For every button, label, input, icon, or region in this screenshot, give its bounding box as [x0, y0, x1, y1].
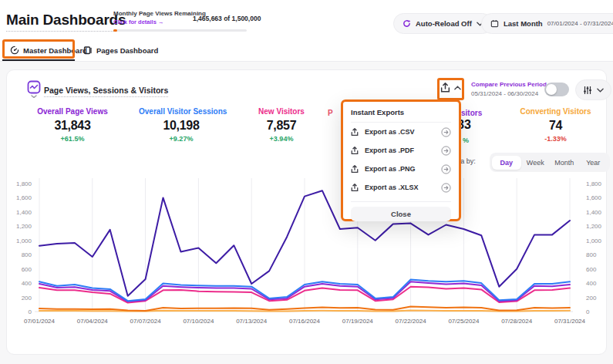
metric-overall-visitor-sessions: Overall Visitor Sessions 10,198 +9.27% [139, 107, 224, 143]
metric-new-visitors: New Visitors 7,857 +3.94% [239, 107, 324, 143]
usage-value: 1,465,663 of 1,500,000 [193, 15, 261, 22]
tab-label: Master Dashboard [23, 46, 87, 55]
y-tick-label-right: 1,200 [586, 223, 602, 230]
metric-delta: +9.27% [139, 135, 224, 143]
metric-hidden-fragment-label: sitors [461, 109, 482, 117]
export-item-label: Export as .PNG [365, 165, 435, 173]
y-tick-label-right: 1,600 [586, 194, 602, 201]
chart-axis-labels: 07/01/202407/04/202407/07/202407/10/2024… [16, 180, 602, 325]
export-upload-icon [440, 83, 450, 93]
metric-delta: +61.5% [30, 135, 115, 143]
dashboard-tabs: Master Dashboard Pages Dashboard [0, 39, 613, 62]
y-tick-label-left: 400 [22, 280, 32, 287]
view-by-option-year[interactable]: Year [579, 156, 608, 170]
popup-title: Instant Exports [351, 108, 451, 123]
y-tick-label-left: 600 [22, 266, 32, 273]
y-tick-label-left: 0 [29, 308, 32, 315]
export-item-pdf[interactable]: Export as .PDF [351, 141, 451, 160]
date-range-dropdown[interactable]: Last Month 07/01/2024 - 07/31/2024 [481, 13, 613, 34]
upload-icon [351, 184, 359, 192]
metric-hidden-fragment-delta: % [463, 136, 469, 144]
export-item-xlsx[interactable]: Export as .XLSX [351, 178, 451, 197]
export-item-label: Export as .PDF [365, 147, 435, 154]
x-tick-label: 07/25/2024 [448, 318, 480, 325]
metric-delta: +3.94% [239, 135, 324, 143]
x-tick-label: 07/10/2024 [183, 318, 214, 325]
metric-hidden-fragment-p: P [328, 109, 333, 117]
x-tick-label: 07/07/2024 [130, 318, 162, 325]
y-tick-label-right: 200 [586, 295, 597, 302]
y-tick-label-right: 1,000 [586, 238, 602, 244]
y-tick-label-left: 1,800 [16, 180, 32, 187]
usage-details-link[interactable]: Click for details → [113, 19, 206, 25]
x-tick-label: 07/04/2024 [77, 318, 109, 325]
y-tick-label-right: 1,400 [586, 209, 602, 216]
popup-rows: Export as .CSVExport as .PDFExport as .P… [351, 123, 451, 197]
active-tab-underline [2, 59, 75, 61]
chart-settings-button[interactable] [575, 79, 611, 100]
view-by-option-week[interactable]: Week [521, 156, 551, 170]
metric-label: New Visitors [239, 107, 324, 116]
compare-period-label: Compare Previous Period [471, 81, 547, 88]
x-tick-label: 07/31/2024 [554, 318, 586, 325]
auto-reload-dropdown[interactable]: Auto-Reload Off [393, 13, 493, 34]
popup-close-area: Close [351, 201, 451, 221]
export-item-csv[interactable]: Export as .CSV [351, 123, 451, 141]
metric-converting-visitors: Converting Visitors 74 -1.33% [507, 107, 604, 143]
circle-arrow-icon [441, 183, 451, 193]
metric-label: Overall Page Views [30, 107, 115, 116]
usage-progress-bar [113, 29, 247, 32]
auto-reload-label: Auto-Reload Off [416, 19, 472, 28]
y-tick-label-right: 600 [586, 266, 597, 273]
line-chart: 07/01/202407/04/202407/07/202407/10/2024… [12, 175, 602, 337]
gauge-icon [10, 46, 19, 55]
series-line-converting-visitors [39, 311, 570, 312]
y-tick-label-left: 1,200 [16, 223, 32, 230]
pages-icon [83, 46, 93, 55]
metric-delta: -1.33% [507, 135, 604, 143]
chevron-up-icon [454, 86, 461, 90]
metric-value: 7,857 [239, 119, 324, 133]
upload-icon [351, 165, 359, 174]
page-views-card: Page Views, Sessions & Visitors Compare … [6, 69, 607, 355]
export-menu-button[interactable] [440, 83, 461, 93]
y-tick-label-right: 1,800 [586, 180, 602, 187]
compare-period-toggle[interactable] [544, 83, 569, 96]
y-tick-label-left: 800 [22, 251, 32, 258]
refresh-icon [402, 19, 411, 28]
upload-icon [351, 128, 359, 136]
metric-overall-page-views: Overall Page Views 31,843 +61.5% [30, 107, 115, 143]
tab-master-dashboard[interactable]: Master Dashboard [10, 42, 87, 59]
x-tick-label: 07/28/2024 [501, 318, 533, 325]
export-item-label: Export as .CSV [365, 128, 435, 136]
metric-value: 10,198 [139, 119, 224, 133]
metric-value: 31,843 [30, 119, 115, 133]
metric-label: Overall Visitor Sessions [139, 107, 224, 116]
usage-progress-fill [113, 29, 117, 32]
x-tick-label: 07/16/2024 [289, 318, 321, 325]
x-tick-label: 07/01/2024 [24, 318, 56, 325]
view-by-segmented-control: DayWeekMonthYear [490, 153, 610, 172]
view-by-option-month[interactable]: Month [550, 156, 579, 170]
close-button[interactable]: Close [351, 207, 451, 221]
tab-pages-dashboard[interactable]: Pages Dashboard [83, 42, 158, 59]
export-item-label: Export as .XLSX [365, 184, 435, 191]
view-by-option-day[interactable]: Day [492, 156, 521, 170]
circle-arrow-icon [441, 146, 451, 156]
sliders-icon [583, 86, 592, 95]
x-tick-label: 07/22/2024 [396, 318, 427, 325]
export-item-png[interactable]: Export as .PNG [351, 160, 451, 178]
period-range: 07/01/2024 - 07/31/2024 [547, 20, 613, 27]
upload-icon [351, 147, 359, 155]
circle-arrow-icon [441, 164, 451, 174]
tab-label: Pages Dashboard [96, 46, 158, 55]
y-tick-label-right: 800 [586, 251, 597, 258]
page-title: Main Dashboards [6, 12, 126, 32]
calendar-icon [490, 19, 499, 28]
usage-label: Monthly Page Views Remaining [113, 10, 206, 17]
y-tick-label-left: 1,600 [16, 194, 32, 201]
y-tick-label-left: 1,400 [16, 209, 32, 216]
instant-exports-popup: Instant Exports Export as .CSVExport as … [341, 99, 461, 221]
chevron-down-icon [597, 88, 604, 93]
metric-label: Converting Visitors [507, 107, 604, 116]
